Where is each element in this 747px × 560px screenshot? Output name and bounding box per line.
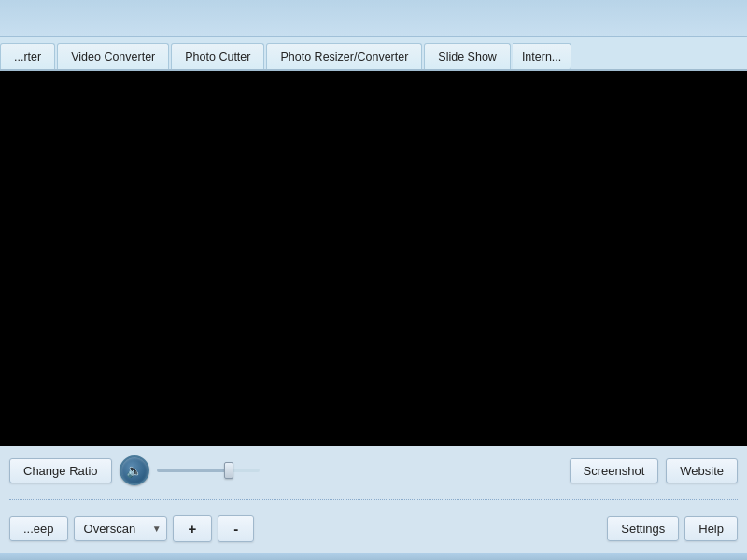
help-button[interactable]: Help bbox=[684, 516, 738, 541]
tab-converter[interactable]: ...rter bbox=[0, 43, 55, 69]
tab-bar: ...rter Video Converter Photo Cutter Pho… bbox=[0, 37, 747, 71]
volume-slider-container bbox=[157, 469, 260, 472]
tab-internet[interactable]: Intern... bbox=[513, 43, 571, 69]
divider-dots bbox=[0, 495, 747, 504]
overscan-select-wrapper: Overscan Normal 4:3 16:9 ▼ bbox=[74, 516, 167, 541]
website-button[interactable]: Website bbox=[666, 458, 738, 483]
app-window: ...rter Video Converter Photo Cutter Pho… bbox=[0, 0, 747, 560]
dots-line bbox=[9, 499, 738, 500]
change-ratio-button[interactable]: Change Ratio bbox=[9, 458, 112, 483]
overscan-select[interactable]: Overscan Normal 4:3 16:9 bbox=[74, 516, 167, 541]
bottom-bar bbox=[0, 553, 747, 560]
volume-button[interactable]: 🔈 bbox=[120, 455, 149, 485]
tab-slide-show[interactable]: Slide Show bbox=[424, 43, 511, 69]
keep-button[interactable]: ...eep bbox=[9, 516, 68, 541]
volume-slider[interactable] bbox=[157, 469, 260, 472]
top-bar bbox=[0, 0, 747, 37]
tab-photo-resizer[interactable]: Photo Resizer/Converter bbox=[266, 43, 422, 69]
settings-button[interactable]: Settings bbox=[607, 516, 679, 541]
tab-photo-cutter[interactable]: Photo Cutter bbox=[171, 43, 264, 69]
volume-icon: 🔈 bbox=[126, 463, 142, 478]
controls-row1: Change Ratio 🔈 Screenshot Website bbox=[0, 446, 747, 495]
slider-thumb bbox=[224, 462, 233, 479]
screenshot-button[interactable]: Screenshot bbox=[570, 458, 659, 483]
minus-button[interactable]: - bbox=[218, 515, 254, 542]
tab-video-converter[interactable]: Video Converter bbox=[57, 43, 169, 69]
controls-row2: ...eep Overscan Normal 4:3 16:9 ▼ + - Se… bbox=[0, 504, 747, 553]
plus-button[interactable]: + bbox=[173, 515, 213, 542]
video-area bbox=[0, 71, 747, 446]
